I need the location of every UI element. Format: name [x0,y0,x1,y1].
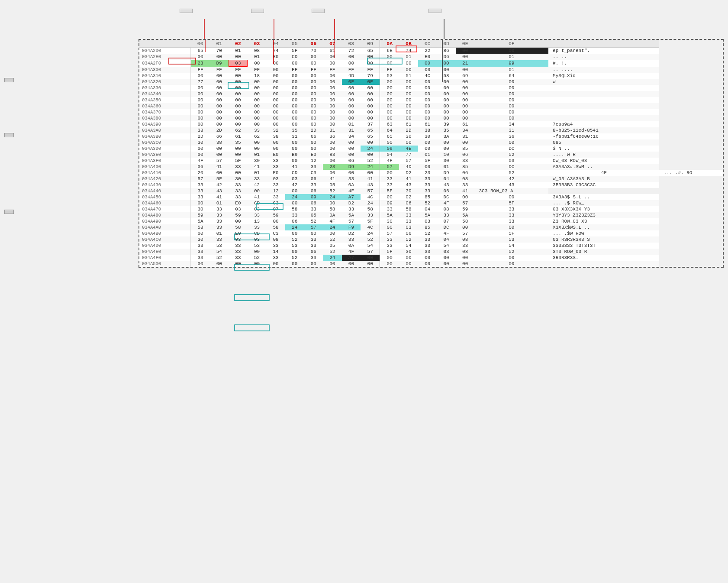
table-row: 034A3E000000001E0B9E0830000047701100652.… [139,152,723,158]
hex-cell: 00 [361,170,380,176]
hex-cell: 30 [191,236,210,243]
table-row: 034A44033433300120006524F575F303306413C3… [139,188,723,194]
hex-cell: 00 [229,73,248,79]
hex-cell: 00 [437,60,456,67]
hex-cell: 12 [304,158,323,164]
hex-cell: 4E [399,146,418,152]
hex-cell: 0A [342,243,361,249]
hex-cell: 23 [418,170,437,176]
hex-cell: 35 [437,127,456,133]
top-labels-area [139,4,724,39]
hex-cell: 00 [456,91,475,97]
hex-cell: 00 [285,60,304,67]
hex-cell: CD [285,170,304,176]
hex-cell: 57 [456,230,475,236]
hex-cell: 66 [304,133,323,139]
hex-cell: FF [248,67,267,73]
hex-cell: 24 [361,164,380,170]
hex-cell: 52 [474,152,548,158]
hex-cell: 33 [342,206,361,212]
hex-cell: 00 [304,91,323,97]
hex-cell: 00 [456,103,475,109]
hex-cell: 01 [210,230,229,236]
hex-cell: 00 [342,152,361,158]
addr-cell: 034A3E0 [139,152,191,158]
hex-cell: 74 [399,48,418,54]
hex-cell: 42 [210,182,229,188]
hex-cell: 00 [229,79,248,85]
hex-cell: C3 [266,230,285,236]
hex-cell: 30 [248,158,267,164]
col-05: 05 [285,40,304,48]
hex-cell: 00 [304,97,323,103]
hex-cell: 00 [361,109,380,115]
addr-cell: 034A380 [139,115,191,121]
hex-cell: 41 [361,176,380,182]
hex-cell: 00 [323,146,342,152]
hex-cell: 00 [342,115,361,121]
hex-cell: 00 [210,115,229,121]
hex-cell: 41 [210,194,229,200]
hex-cell: 4C [361,194,380,200]
hex-cell: D2 [342,230,361,236]
hex-cell: 00 [380,85,399,91]
hex-cell: 52 [474,249,548,255]
hex-cell: 00 [285,85,304,91]
hex-cell: 00 [342,60,361,67]
hex-cell: 00 [474,109,548,115]
hex-cell: FF [285,67,304,73]
hex-cell: 00 [361,261,380,267]
hex-cell: 00 [285,121,304,127]
hex-cell: 33 [304,164,323,170]
hex-cell: 00 [380,261,399,267]
ascii-cell [548,261,659,267]
hex-cell: 00 [456,48,475,54]
hex-cell: 00 [474,194,548,200]
hex-cell: 70 [210,48,229,54]
hex-cell: 00 [380,194,399,200]
col-09: 09 [361,40,380,48]
hex-cell: 52 [418,200,437,206]
hex-cell: 23 [191,60,210,67]
hex-cell: 2D [191,133,210,139]
hex-cell: 00 [418,146,437,152]
hex-cell: 09 [380,146,399,152]
ascii-cell: .. .... [548,67,659,73]
hex-cell: 52 [361,158,380,164]
hex-cell: 33 [342,176,361,182]
hex-cell: C3 [266,200,285,206]
hex-cell: 3A [437,133,456,139]
hex-cell: 2D [210,127,229,133]
hex-cell: F9 [342,224,361,230]
hex-cell: 00 [285,103,304,109]
hex-cell: 59 [229,212,248,218]
hex-cell: 00 [418,255,437,261]
hex-cell: 00 [380,170,399,176]
table-row: 034A50000000000000000000000000000000000 [139,261,723,267]
hex-cell: 00 [380,60,399,67]
hex-cell: 33 [210,212,229,218]
hex-cell: 00 [456,67,475,73]
hex-cell: 00 [191,261,210,267]
hex-cell: 03 [248,236,267,243]
hex-cell: 66 [210,133,229,139]
hex-cell: 00 [380,79,399,85]
hex-cell: 00 [399,103,418,109]
hex-cell: 07 [437,218,456,224]
hex-cell: 00 [229,121,248,127]
hex-cell: 00 [418,115,437,121]
table-row: 034A300FFFFFFFF00FFFFFFFFFFFF0000000001.… [139,67,723,73]
hex-cell: 5A [418,212,437,218]
addr-cell: 034A410 [139,170,191,176]
hex-cell: 00 [399,255,418,261]
hex-cell: 00 [210,97,229,103]
hex-cell: 0A [323,212,342,218]
hex-cell: 34 [342,133,361,139]
left-panel [4,4,139,579]
hex-cell: 4F [342,249,361,255]
ascii-cell: ep t_parent". [548,48,659,54]
hex-cell: 42 [285,182,304,188]
hex-cell: 00 [210,91,229,97]
hex-cell: 00 [191,146,210,152]
hex-cell: 01 [474,54,548,60]
